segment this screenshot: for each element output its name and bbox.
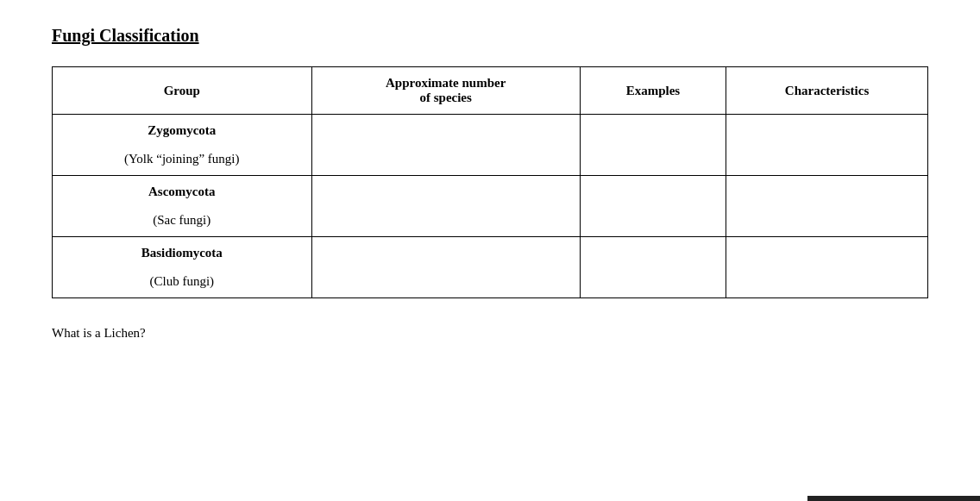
group-subtitle-basidiomycota: (Club fungi): [65, 274, 299, 289]
group-name-ascomycota: Ascomycota: [65, 185, 299, 199]
group-subtitle-ascomycota: (Sac fungi): [65, 213, 299, 228]
characteristics-basidiomycota: [726, 237, 928, 298]
species-count-ascomycota: [311, 176, 580, 237]
species-count-zygomycota: [311, 115, 580, 176]
group-ascomycota: Ascomycota (Sac fungi): [53, 176, 312, 237]
examples-zygomycota: [580, 115, 726, 176]
page-title: Fungi Classification: [52, 26, 928, 46]
examples-ascomycota: [580, 176, 726, 237]
species-count-basidiomycota: [311, 237, 580, 298]
table-header-row: Group Approximate numberof species Examp…: [53, 67, 928, 115]
col-header-examples: Examples: [580, 67, 726, 115]
group-basidiomycota: Basidiomycota (Club fungi): [53, 237, 312, 298]
group-subtitle-zygomycota: (Yolk “joining” fungi): [65, 152, 299, 166]
fungi-classification-table: Group Approximate numberof species Examp…: [52, 66, 928, 298]
table-row: Ascomycota (Sac fungi): [53, 176, 928, 237]
characteristics-zygomycota: [726, 115, 928, 176]
table-row: Basidiomycota (Club fungi): [53, 237, 928, 298]
col-header-characteristics: Characteristics: [726, 67, 928, 115]
group-zygomycota: Zygomycota (Yolk “joining” fungi): [53, 115, 312, 176]
table-row: Zygomycota (Yolk “joining” fungi): [53, 115, 928, 176]
bottom-bar: [807, 496, 980, 501]
group-name-zygomycota: Zygomycota: [65, 123, 299, 138]
characteristics-ascomycota: [726, 176, 928, 237]
lichen-question: What is a Lichen?: [52, 326, 928, 341]
col-header-group: Group: [53, 67, 312, 115]
group-name-basidiomycota: Basidiomycota: [65, 246, 299, 260]
col-header-species: Approximate numberof species: [311, 67, 580, 115]
examples-basidiomycota: [580, 237, 726, 298]
